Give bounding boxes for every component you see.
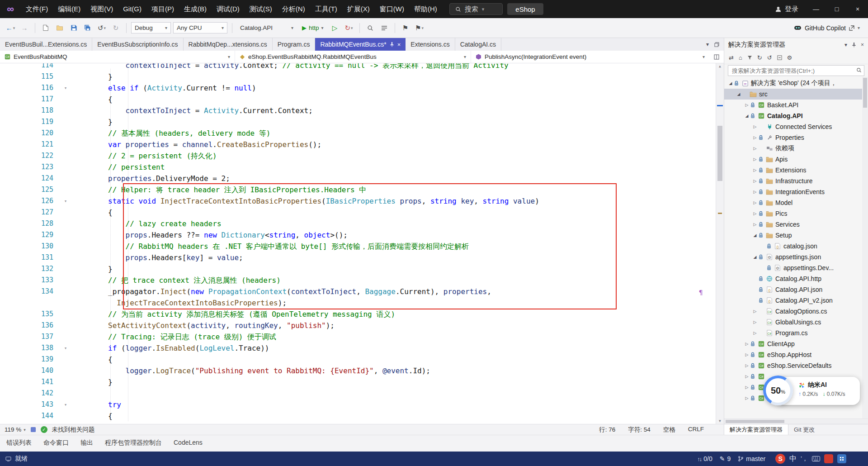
tree-expand-arrow[interactable]: ▷ xyxy=(751,135,759,140)
save-button[interactable] xyxy=(68,22,80,34)
project-dropdown[interactable]: C# EventBusRabbitMQ▾ xyxy=(0,51,235,63)
tree-item[interactable]: ◢C#Catalog.API xyxy=(724,110,868,121)
tree-item[interactable]: {}Catalog.API_v2.json xyxy=(724,295,868,306)
sogou-logo-icon[interactable]: S xyxy=(775,454,785,464)
breakpoint-margin[interactable] xyxy=(0,195,20,207)
scroll-down-icon[interactable]: ▼ xyxy=(716,419,724,423)
document-health-icon[interactable] xyxy=(30,427,36,433)
tree-item[interactable]: ▷IntegrationEvents xyxy=(724,186,868,197)
tree-item[interactable]: ▷Extensions xyxy=(724,165,868,176)
tree-expand-arrow[interactable]: ▷ xyxy=(743,103,750,107)
net-speed-widget[interactable]: 纳米AI ↑ 0.2K/s ↓ 0.07K/s 50 % xyxy=(763,374,860,408)
sync-with-active-document-icon[interactable]: ↻ xyxy=(757,54,762,61)
editor-tab[interactable]: EventBusBuil...Extensions.cs xyxy=(0,38,92,51)
tree-item[interactable]: ▷Infrastructure xyxy=(724,176,868,186)
editor-tab[interactable]: CatalogAI.cs xyxy=(455,38,501,51)
tree-expand-arrow[interactable]: ◢ xyxy=(751,255,759,259)
tree-expand-arrow[interactable]: ▷ xyxy=(751,200,759,205)
menu-item[interactable]: 分析(N) xyxy=(277,0,310,18)
platform-select[interactable]: Any CPU▾ xyxy=(173,22,227,33)
tree-item[interactable]: ▷Connected Services xyxy=(724,121,868,132)
solution-name[interactable]: eShop xyxy=(507,3,543,15)
breakpoint-margin[interactable] xyxy=(0,388,20,399)
open-file-button[interactable] xyxy=(54,22,66,34)
tree-expand-arrow[interactable]: ▷ xyxy=(743,374,750,379)
tree-expand-arrow[interactable]: ▷ xyxy=(743,363,750,368)
line-ending-indicator[interactable]: CRLF xyxy=(688,426,704,434)
tree-expand-arrow[interactable]: ▷ xyxy=(751,157,759,162)
search-box[interactable]: 搜索 ▾ xyxy=(449,3,503,15)
menu-item[interactable]: 文件(F) xyxy=(21,0,53,18)
tree-expand-arrow[interactable]: ▷ xyxy=(751,168,759,172)
breakpoint-margin[interactable] xyxy=(0,331,20,342)
tab-git-changes[interactable]: Git 更改 xyxy=(788,424,820,435)
redo-button[interactable]: ↻ xyxy=(110,22,122,34)
tree-expand-arrow[interactable]: ▷ xyxy=(751,190,759,194)
refresh-icon[interactable]: ↺ xyxy=(767,54,772,61)
breakpoint-margin[interactable] xyxy=(0,286,20,297)
fold-marker[interactable]: ▾ xyxy=(58,342,73,354)
tree-item[interactable]: ▷Services xyxy=(724,219,868,230)
tree-expand-arrow[interactable]: ◢ xyxy=(727,81,734,86)
switch-views-icon[interactable]: ⇄ xyxy=(729,54,734,61)
tree-item[interactable]: ▷C#eShop.AppHost xyxy=(724,349,868,360)
next-bookmark-button[interactable]: ⚑▾ xyxy=(414,22,425,34)
type-dropdown[interactable]: eShop.EventBusRabbitMQ.RabbitMQEventBus▾ xyxy=(235,51,471,63)
git-branch[interactable]: master xyxy=(738,455,765,462)
scroll-up-icon[interactable]: ▲ xyxy=(716,64,724,68)
breakpoint-margin[interactable] xyxy=(0,128,20,139)
tree-expand-arrow[interactable]: ▷ xyxy=(751,331,759,335)
breakpoint-margin[interactable] xyxy=(0,82,20,94)
split-editor-icon[interactable] xyxy=(709,51,724,63)
tree-item[interactable]: ▷Pics xyxy=(724,208,868,219)
tree-item[interactable]: ◢∞解决方案 'eShop' (24 个项目， xyxy=(724,78,868,89)
pin-icon[interactable] xyxy=(390,42,394,47)
breakpoint-margin[interactable] xyxy=(0,162,20,173)
menu-item[interactable]: 扩展(X) xyxy=(342,0,375,18)
fold-marker[interactable]: ▾ xyxy=(58,82,73,94)
breakpoint-margin[interactable] xyxy=(0,218,20,229)
solution-search-input[interactable] xyxy=(728,65,864,76)
tree-item[interactable]: {}catalog.json xyxy=(724,241,868,252)
panel-tab[interactable]: 输出 xyxy=(80,439,93,452)
breakpoint-margin[interactable] xyxy=(0,207,20,218)
menu-item[interactable]: 窗口(W) xyxy=(375,0,409,18)
tree-item[interactable]: ▷Apis xyxy=(724,154,868,165)
sogou-tool-red-icon[interactable] xyxy=(824,454,833,463)
tree-item[interactable]: ◢src xyxy=(724,89,868,100)
startup-project-select[interactable]: Catalog.API▾ xyxy=(237,22,297,33)
ime-punctuation-toggle[interactable]: ’， xyxy=(801,455,808,463)
breakpoint-margin[interactable] xyxy=(0,173,20,184)
scrollbar-thumb[interactable] xyxy=(863,78,867,108)
menu-item[interactable]: Git(G) xyxy=(118,0,146,18)
start-without-debugging-button[interactable]: ▷ xyxy=(329,22,341,34)
breakpoint-margin[interactable] xyxy=(0,184,20,195)
show-lines-button[interactable] xyxy=(378,22,390,34)
collapse-all-icon[interactable] xyxy=(777,55,782,60)
window-position-icon[interactable]: ▾ xyxy=(844,42,847,48)
editor-tab[interactable]: Program.cs xyxy=(273,38,316,51)
problems-status[interactable]: 未找到相关问题 xyxy=(52,426,95,434)
bookmark-button[interactable]: ⚑ xyxy=(400,22,411,34)
editor-tab[interactable]: RabbitMQEventBus.cs*× xyxy=(315,38,406,51)
debug-configuration-select[interactable]: Debug▾ xyxy=(131,22,171,33)
breakpoint-margin[interactable] xyxy=(0,63,20,71)
menu-item[interactable]: 编辑(E) xyxy=(53,0,85,18)
tree-expand-arrow[interactable]: ▷ xyxy=(751,320,759,324)
scrollbar-thumb[interactable] xyxy=(717,126,722,181)
column-indicator[interactable]: 字符: 54 xyxy=(628,426,651,434)
tree-item[interactable]: ▷依赖项 xyxy=(724,143,868,154)
find-in-files-button[interactable] xyxy=(364,22,376,34)
tree-expand-arrow[interactable]: ▷ xyxy=(751,124,759,129)
breakpoint-margin[interactable] xyxy=(0,139,20,150)
menu-item[interactable]: 生成(B) xyxy=(179,0,212,18)
tree-item[interactable]: {}Catalog.API.json xyxy=(724,284,868,295)
tree-expand-arrow[interactable]: ▷ xyxy=(743,396,750,400)
minimize-button[interactable]: — xyxy=(806,0,826,18)
editor-vertical-scrollbar[interactable]: ▲ ▼ xyxy=(716,63,724,424)
filter-icon[interactable] xyxy=(747,55,752,60)
breakpoint-margin[interactable] xyxy=(0,94,20,105)
ime-language-toggle[interactable]: 中 xyxy=(789,454,797,464)
breakpoint-margin[interactable] xyxy=(0,342,20,354)
close-icon[interactable]: × xyxy=(861,42,864,48)
